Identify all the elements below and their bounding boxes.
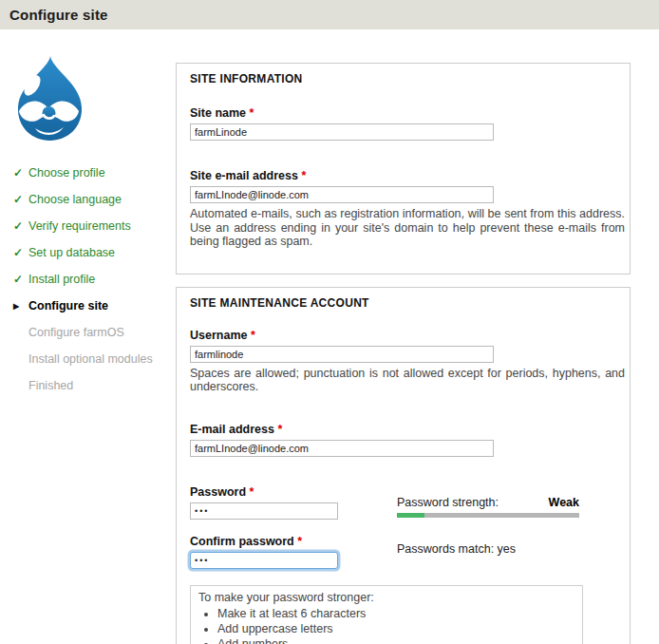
site-email-description: Automated e-mails, such as registration … xyxy=(190,207,625,249)
drupal-logo-icon xyxy=(8,55,91,142)
site-information-legend: SITE INFORMATION xyxy=(190,72,616,85)
required-marker: * xyxy=(251,329,255,342)
confirm-password-row: Confirm password * Passwords match: yes xyxy=(190,520,616,569)
install-step-finished: Finished xyxy=(13,379,176,393)
main-content: SITE INFORMATION Site name * Site e-mail… xyxy=(176,29,631,644)
install-step-label: Choose profile xyxy=(28,166,105,180)
check-icon: ✓ xyxy=(13,193,28,206)
site-email-label: Site e-mail address * xyxy=(190,169,616,182)
passwords-match-text: Passwords match: yes xyxy=(397,520,516,556)
install-sidebar: ✓Choose profile✓Choose language✓Verify r… xyxy=(0,29,176,644)
check-icon: ✓ xyxy=(13,246,28,259)
install-step-label: Configure site xyxy=(28,299,108,313)
install-step-label: Install profile xyxy=(28,273,95,286)
site-email-field: Site e-mail address * Automated e-mails,… xyxy=(190,169,616,249)
password-suggestions-list: Make it at least 6 charactersAdd upperca… xyxy=(217,606,574,644)
install-steps: ✓Choose profile✓Choose language✓Verify r… xyxy=(0,166,176,393)
password-label: Password * xyxy=(190,485,397,499)
confirm-password-input[interactable] xyxy=(190,552,338,569)
install-step-label: Configure farmOS xyxy=(28,326,124,339)
required-marker: * xyxy=(297,535,302,548)
check-icon: ✓ xyxy=(13,166,28,180)
password-suggestion-item: Make it at least 6 characters xyxy=(217,606,574,621)
account-email-input[interactable] xyxy=(190,440,494,457)
username-description: Spaces are allowed; punctuation is not a… xyxy=(190,367,625,394)
password-strength-label: Password strength: xyxy=(397,496,499,509)
account-email-field: E-mail address * xyxy=(190,423,616,457)
site-maintenance-account-fieldset: SITE MAINTENANCE ACCOUNT Username * Spac… xyxy=(176,287,631,644)
required-marker: * xyxy=(250,485,254,499)
install-step-install-optional-modules: Install optional modules xyxy=(13,352,176,367)
password-suggestions-intro: To make your password stronger: xyxy=(198,590,574,605)
install-step-configure-site: ▶Configure site xyxy=(13,299,176,313)
install-step-verify-requirements: ✓Verify requirements xyxy=(13,219,176,234)
install-step-label: Finished xyxy=(28,379,73,392)
password-suggestion-item: Add uppercase letters xyxy=(217,621,574,636)
confirm-password-field: Confirm password * xyxy=(190,535,397,569)
install-step-choose-profile: ✓Choose profile xyxy=(13,166,176,180)
install-step-label: Choose language xyxy=(28,193,122,206)
check-icon: ✓ xyxy=(13,219,28,233)
password-strength-fill xyxy=(397,513,424,518)
install-step-label: Verify requirements xyxy=(28,219,131,233)
install-step-configure-farmos: Configure farmOS xyxy=(13,326,176,340)
install-step-set-up-database: ✓Set up database xyxy=(13,246,176,260)
required-marker: * xyxy=(301,169,306,182)
install-step-install-profile: ✓Install profile xyxy=(13,273,176,287)
check-icon: ✓ xyxy=(13,273,28,286)
site-information-fieldset: SITE INFORMATION Site name * Site e-mail… xyxy=(176,63,631,275)
page-header: Configure site xyxy=(0,0,659,29)
password-field: Password * xyxy=(190,485,397,520)
install-step-label: Set up database xyxy=(28,246,115,259)
username-input[interactable] xyxy=(190,346,494,363)
username-label: Username * xyxy=(190,329,616,342)
password-input[interactable] xyxy=(190,502,338,520)
install-step-label: Install optional modules xyxy=(28,352,153,366)
required-marker: * xyxy=(250,106,254,120)
confirm-password-label: Confirm password * xyxy=(190,535,397,548)
password-row: Password * Password strength: Weak xyxy=(190,485,616,520)
password-suggestion-item: Add numbers xyxy=(217,636,574,644)
site-name-label: Site name * xyxy=(190,106,616,120)
password-suggestions-box: To make your password stronger: Make it … xyxy=(190,585,583,644)
required-marker: * xyxy=(277,423,282,436)
account-email-label: E-mail address * xyxy=(190,423,616,436)
page-title: Configure site xyxy=(9,7,108,23)
site-email-input[interactable] xyxy=(190,186,494,203)
install-step-choose-language: ✓Choose language xyxy=(13,193,176,207)
password-strength-indicator: Password strength: Weak xyxy=(397,485,579,520)
maintenance-account-legend: SITE MAINTENANCE ACCOUNT xyxy=(190,296,616,310)
password-strength-level: Weak xyxy=(549,496,579,509)
username-field: Username * Spaces are allowed; punctuati… xyxy=(190,329,616,394)
arrow-right-icon: ▶ xyxy=(13,302,28,311)
site-name-input[interactable] xyxy=(190,123,494,141)
password-strength-track xyxy=(397,513,579,518)
site-name-field: Site name * xyxy=(190,106,616,141)
